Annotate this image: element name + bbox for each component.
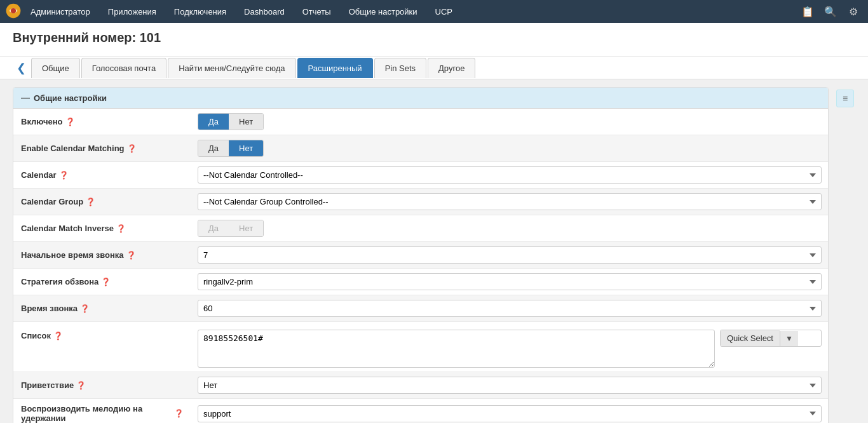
help-icon-list[interactable]: ❓ xyxy=(53,332,63,340)
control-hold-music: support xyxy=(191,401,828,424)
control-calendar-match-inverse: Да Нет xyxy=(191,216,828,241)
row-greeting: Приветствие ❓ Нет xyxy=(13,372,828,399)
label-greeting: Приветствие ❓ xyxy=(13,375,191,395)
row-ring-strategy: Стратегия обзвона ❓ ringallv2-prim xyxy=(13,269,828,295)
control-list: 89185526501# Quick Select ▼ xyxy=(191,326,828,372)
label-calendar-matching: Enable Calendar Matching ❓ xyxy=(13,138,191,158)
toggle-calendar-matching-yes[interactable]: Да xyxy=(198,140,229,156)
tab-pinsets[interactable]: Pin Sets xyxy=(374,58,426,78)
form-panel: — Общие настройки Включено ❓ Да Нет Enab… xyxy=(13,87,829,423)
control-calendar: --Not Calendar Controlled-- xyxy=(191,163,828,187)
nav-item-ucp[interactable]: UCP xyxy=(426,3,461,20)
section-title: Общие настройки xyxy=(34,93,107,103)
help-icon-hold-music[interactable]: ❓ xyxy=(174,409,184,418)
label-ring-time: Время звонка ❓ xyxy=(13,299,191,318)
tab-advanced[interactable]: Расширенный xyxy=(297,58,373,78)
panel-list-icon[interactable]: ≡ xyxy=(836,90,854,107)
row-calendar: Calendar ❓ --Not Calendar Controlled-- xyxy=(13,162,828,189)
nav-item-admin[interactable]: Администратор xyxy=(22,3,99,20)
toggle-enabled: Да Нет xyxy=(198,113,264,130)
top-navigation: Администратор Приложения Подключения Das… xyxy=(0,0,868,23)
collapse-icon[interactable]: — xyxy=(21,93,30,103)
help-icon-ring-strategy[interactable]: ❓ xyxy=(101,278,111,286)
tab-other[interactable]: Другое xyxy=(428,58,475,78)
toggle-enabled-no[interactable]: Нет xyxy=(229,114,263,130)
control-calendar-group: --Not Calendar Group Controlled-- xyxy=(191,189,828,214)
list-area-wrapper: 89185526501# Quick Select ▼ xyxy=(198,330,822,368)
row-calendar-match-inverse: Calendar Match Inverse ❓ Да Нет xyxy=(13,215,828,242)
row-calendar-matching: Enable Calendar Matching ❓ Да Нет xyxy=(13,135,828,162)
label-calendar-group: Calendar Group ❓ xyxy=(13,192,191,211)
select-calendar[interactable]: --Not Calendar Controlled-- xyxy=(198,166,822,184)
main-content: — Общие настройки Включено ❓ Да Нет Enab… xyxy=(0,79,868,423)
nav-item-apps[interactable]: Приложения xyxy=(99,3,165,20)
control-greeting: Нет xyxy=(191,373,828,398)
help-icon-calendar[interactable]: ❓ xyxy=(59,171,69,180)
select-ring-start[interactable]: 7 xyxy=(198,246,822,264)
select-hold-music[interactable]: support xyxy=(198,405,822,422)
label-calendar-match-inverse: Calendar Match Inverse ❓ xyxy=(13,218,191,238)
page-title: Внутренний номер: 101 xyxy=(13,30,855,45)
control-ring-start: 7 xyxy=(191,243,828,267)
quick-select-label: Quick Select xyxy=(721,330,780,346)
gear-icon[interactable]: ⚙ xyxy=(844,2,863,21)
select-ring-time[interactable]: 60 xyxy=(198,300,822,317)
control-enabled: Да Нет xyxy=(191,109,828,134)
label-enabled: Включено ❓ xyxy=(13,112,191,131)
label-hold-music: Воспроизводить мелодию на удержании ❓ xyxy=(13,399,191,423)
nav-item-connections[interactable]: Подключения xyxy=(165,3,235,20)
row-calendar-group: Calendar Group ❓ --Not Calendar Group Co… xyxy=(13,189,828,215)
page-header: Внутренний номер: 101 xyxy=(0,23,868,57)
logo xyxy=(5,3,22,21)
help-icon-greeting[interactable]: ❓ xyxy=(76,381,86,390)
label-ring-strategy: Стратегия обзвона ❓ xyxy=(13,272,191,292)
row-ring-time: Время звонка ❓ 60 xyxy=(13,295,828,322)
toggle-cmi-no: Нет xyxy=(229,220,263,236)
tab-back-button[interactable]: ❮ xyxy=(13,57,30,79)
toggle-cmi-yes: Да xyxy=(198,220,229,236)
label-calendar: Calendar ❓ xyxy=(13,165,191,185)
label-ring-start: Начальное время звонка ❓ xyxy=(13,245,191,265)
quick-select-chevron-icon[interactable]: ▼ xyxy=(780,331,798,346)
help-icon-calendar-group[interactable]: ❓ xyxy=(86,198,95,206)
row-ring-start: Начальное время звонка ❓ 7 xyxy=(13,242,828,269)
section-header: — Общие настройки xyxy=(13,88,828,109)
tab-general[interactable]: Общие xyxy=(31,58,80,78)
toggle-calendar-matching-no[interactable]: Нет xyxy=(229,140,263,156)
control-ring-time: 60 xyxy=(191,296,828,321)
toggle-calendar-matching: Да Нет xyxy=(198,140,264,157)
help-icon-ring-start[interactable]: ❓ xyxy=(126,251,136,260)
tab-findme[interactable]: Найти меня/Следуйте сюда xyxy=(168,58,295,78)
row-list: Список ❓ 89185526501# Quick Select ▼ xyxy=(13,322,828,372)
help-icon-ring-time[interactable]: ❓ xyxy=(80,304,90,313)
row-hold-music: Воспроизводить мелодию на удержании ❓ su… xyxy=(13,399,828,423)
select-ring-strategy[interactable]: ringallv2-prim xyxy=(198,273,822,290)
toggle-enabled-yes[interactable]: Да xyxy=(198,114,229,130)
svg-point-1 xyxy=(11,8,16,13)
nav-item-reports[interactable]: Отчеты xyxy=(294,3,340,20)
notifications-icon[interactable]: 📋 xyxy=(798,2,817,21)
search-icon[interactable]: 🔍 xyxy=(821,2,840,21)
select-calendar-group[interactable]: --Not Calendar Group Controlled-- xyxy=(198,193,822,210)
tab-voicemail[interactable]: Голосовая почта xyxy=(81,58,166,78)
control-calendar-matching: Да Нет xyxy=(191,136,828,161)
help-icon-calendar-matching[interactable]: ❓ xyxy=(127,144,137,153)
toggle-calendar-match-inverse: Да Нет xyxy=(198,220,264,237)
quick-select-wrapper: Quick Select ▼ xyxy=(720,330,822,347)
list-textarea[interactable]: 89185526501# xyxy=(198,330,715,368)
help-icon-enabled[interactable]: ❓ xyxy=(65,117,75,126)
right-panel: ≡ xyxy=(835,87,855,423)
help-icon-calendar-match-inverse[interactable]: ❓ xyxy=(116,224,126,233)
label-list: Список ❓ xyxy=(13,326,191,346)
tabs-row: ❮ Общие Голосовая почта Найти меня/Следу… xyxy=(0,57,868,79)
row-enabled: Включено ❓ Да Нет xyxy=(13,109,828,135)
nav-item-general-settings[interactable]: Общие настройки xyxy=(340,3,426,20)
select-greeting[interactable]: Нет xyxy=(198,377,822,394)
nav-item-dashboard[interactable]: Dashboard xyxy=(235,3,294,20)
control-ring-strategy: ringallv2-prim xyxy=(191,269,828,294)
